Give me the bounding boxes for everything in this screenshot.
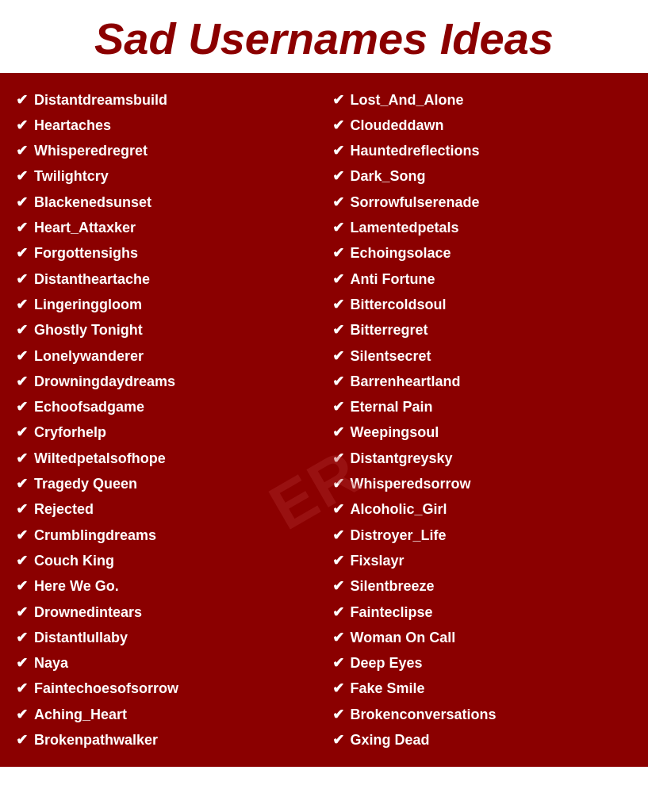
- checkmark-icon: ✔: [16, 500, 28, 518]
- item-label: Fake Smile: [351, 679, 425, 698]
- list-item: ✔ Anti Fortune: [332, 266, 633, 292]
- item-label: Anti Fortune: [351, 270, 435, 289]
- checkmark-icon: ✔: [16, 244, 28, 262]
- list-item: ✔ Fixslayr: [332, 548, 633, 573]
- checkmark-icon: ✔: [332, 500, 344, 518]
- list-item: ✔ Distroyer_Life: [332, 523, 633, 548]
- list-item: ✔ Alcoholic_Girl: [332, 496, 633, 522]
- list-item: ✔ Bitterregret: [332, 317, 633, 343]
- item-label: Brokenpathwalker: [34, 730, 158, 749]
- checkmark-icon: ✔: [16, 450, 28, 467]
- list-item: ✔ Lost_And_Alone: [332, 87, 633, 113]
- item-label: Crumblingdreams: [34, 526, 156, 545]
- list-item: ✔ Drownedintears: [16, 599, 316, 625]
- checkmark-icon: ✔: [332, 296, 344, 313]
- checkmark-icon: ✔: [332, 244, 344, 262]
- list-item: ✔ Forgottensighs: [16, 240, 316, 266]
- checkmark-icon: ✔: [16, 706, 28, 723]
- checkmark-icon: ✔: [16, 321, 28, 339]
- item-label: Distantheartache: [34, 270, 150, 289]
- checkmark-icon: ✔: [332, 552, 344, 569]
- checkmark-icon: ✔: [332, 423, 344, 441]
- checkmark-icon: ✔: [16, 373, 28, 390]
- checkmark-icon: ✔: [332, 142, 344, 159]
- checkmark-icon: ✔: [332, 373, 344, 390]
- item-label: Couch King: [34, 551, 114, 570]
- checkmark-icon: ✔: [332, 603, 344, 621]
- checkmark-icon: ✔: [16, 270, 28, 288]
- list-item: ✔ Hauntedreflections: [332, 138, 633, 163]
- item-label: Woman On Call: [351, 628, 456, 647]
- item-label: Whisperedsorrow: [351, 474, 471, 493]
- checkmark-icon: ✔: [332, 706, 344, 723]
- content-section: ✔ Distantdreamsbuild ✔ Heartaches ✔ Whis…: [0, 73, 648, 768]
- checkmark-icon: ✔: [332, 577, 344, 595]
- checkmark-icon: ✔: [332, 450, 344, 467]
- list-item: ✔ Woman On Call: [332, 625, 633, 650]
- item-label: Alcoholic_Girl: [351, 500, 447, 519]
- list-item: ✔ Naya: [16, 650, 316, 676]
- list-item: ✔ Fainteclipse: [332, 599, 633, 625]
- list-item: ✔ Wiltedpetalsofhope: [16, 446, 316, 471]
- list-item: ✔ Tragedy Queen: [16, 471, 316, 496]
- checkmark-icon: ✔: [16, 167, 28, 185]
- list-item: ✔ Dark_Song: [332, 163, 633, 189]
- checkmark-icon: ✔: [332, 193, 344, 211]
- item-label: Barrenheartland: [351, 372, 461, 391]
- list-item: ✔ Bittercoldsoul: [332, 292, 633, 317]
- item-label: Twilightcry: [34, 167, 109, 186]
- list-item: ✔ Rejected: [16, 496, 316, 522]
- list-item: ✔ Cloudeddawn: [332, 113, 633, 138]
- item-label: Blackenedsunset: [34, 193, 151, 212]
- list-item: ✔ Crumblingdreams: [16, 523, 316, 548]
- checkmark-icon: ✔: [16, 219, 28, 236]
- list-item: ✔ Distantgreysky: [332, 446, 633, 471]
- item-label: Sorrowfulserenade: [351, 193, 480, 212]
- item-label: Lost_And_Alone: [351, 90, 464, 109]
- item-label: Hauntedreflections: [351, 141, 480, 160]
- item-label: Heart_Attaxker: [34, 218, 136, 237]
- checkmark-icon: ✔: [332, 475, 344, 492]
- item-label: Silentbreeze: [351, 576, 435, 596]
- list-item: ✔ Twilightcry: [16, 163, 316, 189]
- checkmark-icon: ✔: [16, 654, 28, 672]
- item-label: Silentsecret: [351, 347, 431, 366]
- item-label: Ghostly Tonight: [34, 320, 143, 339]
- item-label: Bittercoldsoul: [351, 295, 447, 314]
- list-item: ✔ Heartaches: [16, 113, 316, 138]
- list-item: ✔ Here We Go.: [16, 573, 316, 599]
- checkmark-icon: ✔: [16, 423, 28, 441]
- list-item: ✔ Weepingsoul: [332, 419, 633, 445]
- list-item: ✔ Ghostly Tonight: [16, 317, 316, 343]
- item-label: Eternal Pain: [351, 397, 433, 416]
- item-label: Weepingsoul: [351, 423, 439, 442]
- item-label: Fainteclipse: [351, 603, 433, 622]
- list-item: ✔ Deep Eyes: [332, 650, 633, 676]
- item-label: Here We Go.: [34, 576, 119, 596]
- checkmark-icon: ✔: [16, 296, 28, 313]
- item-label: Lingeringgloom: [34, 295, 142, 314]
- item-label: Cloudeddawn: [351, 116, 444, 135]
- list-item: ✔ Silentsecret: [332, 343, 633, 369]
- list-item: ✔ Lamentedpetals: [332, 215, 633, 240]
- item-label: Echoingsolace: [351, 243, 451, 262]
- list-item: ✔ Brokenconversations: [332, 702, 633, 727]
- list-item: ✔ Silentbreeze: [332, 573, 633, 599]
- checkmark-icon: ✔: [16, 193, 28, 211]
- list-item: ✔ Aching_Heart: [16, 702, 316, 727]
- list-item: ✔ Distantlullaby: [16, 625, 316, 650]
- list-item: ✔ Echoingsolace: [332, 240, 633, 266]
- item-label: Dark_Song: [351, 167, 426, 186]
- item-label: Heartaches: [34, 116, 111, 135]
- item-label: Wiltedpetalsofhope: [34, 449, 166, 468]
- item-label: Tragedy Queen: [34, 474, 137, 493]
- right-column: ✔ Lost_And_Alone ✔ Cloudeddawn ✔ Haunted…: [324, 87, 633, 753]
- title-section: Sad Usernames Ideas: [0, 0, 648, 73]
- checkmark-icon: ✔: [16, 91, 28, 109]
- checkmark-icon: ✔: [16, 603, 28, 621]
- item-label: Whisperedregret: [34, 141, 148, 160]
- item-label: Brokenconversations: [351, 705, 497, 724]
- item-label: Rejected: [34, 500, 94, 519]
- checkmark-icon: ✔: [332, 680, 344, 697]
- item-label: Deep Eyes: [351, 653, 423, 672]
